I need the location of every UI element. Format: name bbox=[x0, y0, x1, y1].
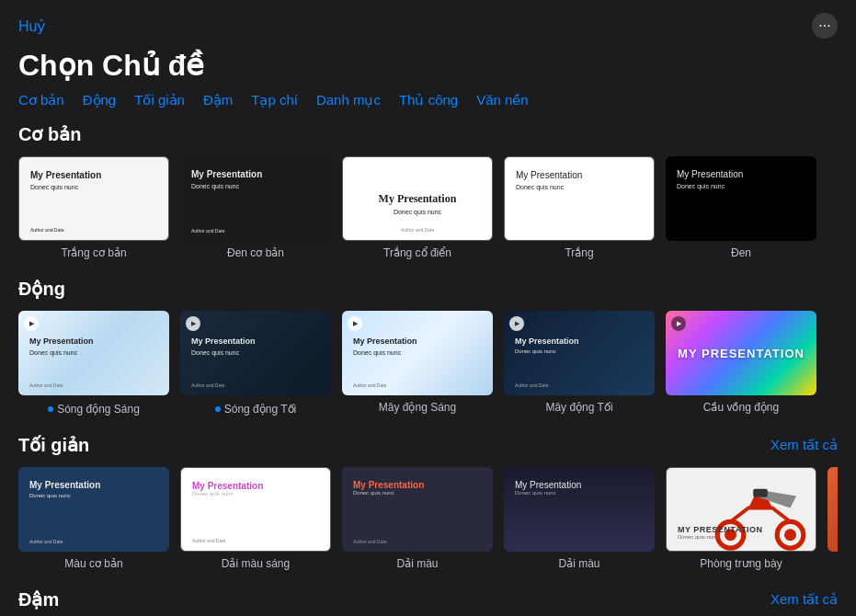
filter-co-ban[interactable]: Cơ bản bbox=[18, 92, 64, 108]
slide-author: Author and Date bbox=[191, 382, 224, 388]
play-icon: ▶ bbox=[671, 316, 686, 331]
thumb-song-dong-toi: ▶ My Presentation Donec quis nunc Author… bbox=[180, 311, 331, 395]
slide-title: My Presentation bbox=[29, 337, 158, 347]
filter-danh-muc[interactable]: Danh mục bbox=[316, 92, 381, 108]
slide-author: Author and Date bbox=[29, 539, 63, 544]
svg-rect-4 bbox=[753, 489, 768, 497]
more-icon: ··· bbox=[818, 17, 830, 34]
slide-author: Author and Date bbox=[192, 538, 225, 543]
theme-dai-mau-2[interactable]: My Presentation Donec quis nunc Dải màu bbox=[504, 467, 655, 570]
slide-content: My Presentation Donec quis nunc Author a… bbox=[180, 311, 331, 395]
slide-title: MY PRESENTATION bbox=[678, 525, 763, 534]
see-all-toi-gian[interactable]: Xem tất cả bbox=[770, 437, 838, 453]
theme-label: Trắng cơ bản bbox=[61, 246, 126, 259]
slide-title: My Presentation bbox=[30, 170, 157, 181]
see-all-dam[interactable]: Xem tất cả bbox=[770, 591, 838, 608]
slide-title: My Presentation bbox=[353, 480, 482, 490]
slide-title: My Presentation bbox=[678, 347, 805, 360]
section-title-dam: Đậm bbox=[18, 588, 59, 610]
slide-content: My Presentation Donec quis nunc bbox=[666, 156, 816, 241]
thumb-dai-mau-2: My Presentation Donec quis nunc bbox=[504, 467, 655, 552]
cancel-button[interactable]: Huỷ bbox=[18, 17, 45, 35]
section-title-toi-gian: Tối giản bbox=[18, 434, 89, 456]
thumb-dai-mau-sang: My Presentation Donec quis nunc Author a… bbox=[180, 467, 331, 552]
theme-may-dong-sang[interactable]: ▶ My Presentation Donec quis nunc Author… bbox=[342, 311, 493, 416]
dot-indicator: Sóng động Tối bbox=[215, 403, 297, 416]
themes-row-dong: ▶ My Presentation Donec quis nunc Author… bbox=[18, 311, 838, 416]
theme-song-dong-toi[interactable]: ▶ My Presentation Donec quis nunc Author… bbox=[180, 311, 331, 416]
section-header-dong: Động bbox=[18, 278, 838, 300]
thumb-dai-mau: My Presentation Donec quis nunc Author a… bbox=[342, 467, 493, 552]
thumb-partial-toi-gian bbox=[827, 467, 838, 552]
section-title-dong: Động bbox=[18, 278, 65, 300]
slide-author: Author and Date bbox=[191, 228, 224, 234]
theme-cau-vong[interactable]: ▶ My Presentation Cầu vồng động bbox=[666, 311, 816, 416]
slide-content: My Presentation Donec quis nunc Author a… bbox=[19, 157, 168, 240]
theme-label: Trắng bbox=[565, 246, 593, 259]
filter-thu-cong[interactable]: Thủ công bbox=[399, 92, 458, 108]
theme-den[interactable]: My Presentation Donec quis nunc Đen bbox=[666, 156, 816, 259]
slide-subtitle: Donec quis nunc bbox=[191, 348, 320, 357]
thumb-den-co-ban: My Presentation Donec quis nunc Author a… bbox=[180, 156, 331, 241]
dot bbox=[215, 406, 221, 412]
slide-content: My Presentation Donec quis nunc Author a… bbox=[342, 467, 493, 552]
theme-label: Dải màu bbox=[396, 557, 438, 570]
theme-mau-co-ban[interactable]: My Presentation Donec quis nunc Author a… bbox=[18, 467, 169, 570]
slide-title: My Presentation bbox=[379, 192, 457, 205]
slide-content: My Presentation Donec quis nunc Author a… bbox=[18, 467, 169, 552]
slide-content: My Presentation Donec quis nunc Author a… bbox=[342, 311, 493, 395]
theme-den-co-ban[interactable]: My Presentation Donec quis nunc Author a… bbox=[180, 156, 331, 259]
theme-trang[interactable]: My Presentation Donec quis nunc Trắng bbox=[504, 156, 655, 259]
slide-subtitle: Donec quis nunc bbox=[353, 348, 482, 357]
theme-label: Mây động Tối bbox=[545, 401, 612, 414]
theme-label: Dải màu sáng bbox=[222, 557, 290, 570]
thumb-trang: My Presentation Donec quis nunc bbox=[504, 156, 655, 241]
section-toi-gian: Tối giản Xem tất cả My Presentation Done… bbox=[0, 434, 856, 588]
filter-tap-chi[interactable]: Tạp chí bbox=[251, 92, 298, 108]
slide-author: Author and Date bbox=[29, 382, 63, 388]
slide-content-phong-trung-bay: MY PRESENTATION Donec quis nunc bbox=[678, 525, 763, 540]
slide-author: Author and Date bbox=[515, 382, 548, 388]
slide-title: My Presentation bbox=[191, 169, 320, 180]
theme-trang-co-ban[interactable]: My Presentation Donec quis nunc Author a… bbox=[18, 156, 169, 259]
slide-author: Author and Date bbox=[30, 227, 63, 233]
theme-song-dong-sang[interactable]: ▶ My Presentation Donec quis nunc Author… bbox=[18, 311, 169, 416]
themes-row-co-ban: My Presentation Donec quis nunc Author a… bbox=[18, 156, 838, 259]
slide-title: My Presentation bbox=[353, 337, 482, 347]
filter-dong[interactable]: Động bbox=[83, 92, 117, 108]
slide-content: My Presentation Donec quis nunc Author a… bbox=[343, 157, 492, 240]
top-bar: Huỷ ··· bbox=[0, 0, 856, 44]
dot bbox=[48, 406, 53, 412]
theme-phong-trung-bay[interactable]: MY PRESENTATION Donec quis nunc Phòng tr… bbox=[666, 467, 816, 570]
more-button[interactable]: ··· bbox=[812, 13, 838, 39]
theme-label: Sóng động Sáng bbox=[57, 403, 140, 416]
slide-content: My Presentation Donec quis nunc Author a… bbox=[18, 311, 169, 395]
theme-may-dong-toi[interactable]: ▶ My Presentation Donec quis nunc Author… bbox=[504, 311, 655, 416]
filter-van-nen[interactable]: Văn nền bbox=[476, 92, 529, 108]
slide-content: My Presentation Donec quis nunc bbox=[505, 157, 654, 240]
slide-content: My Presentation Donec quis nunc Author a… bbox=[180, 156, 331, 241]
filter-dam[interactable]: Đậm bbox=[203, 92, 233, 108]
slide-title: My Presentation bbox=[29, 480, 158, 491]
slide-content: My Presentation Donec quis nunc Author a… bbox=[181, 468, 330, 551]
slide-subtitle: Donec quis nunc bbox=[678, 534, 763, 540]
motorcycle-svg bbox=[701, 477, 816, 551]
theme-label: Đen cơ bản bbox=[227, 246, 284, 259]
thumb-mau-co-ban: My Presentation Donec quis nunc Author a… bbox=[18, 467, 169, 552]
slide-title: My Presentation bbox=[516, 170, 643, 181]
thumb-song-dong-sang: ▶ My Presentation Donec quis nunc Author… bbox=[18, 311, 169, 395]
slide-title: My Presentation bbox=[192, 481, 319, 491]
play-icon: ▶ bbox=[509, 316, 524, 331]
slide-title: My Presentation bbox=[191, 337, 320, 347]
theme-partial-toi-gian[interactable] bbox=[827, 467, 838, 570]
theme-dai-mau[interactable]: My Presentation Donec quis nunc Author a… bbox=[342, 467, 493, 570]
filter-toi-gian[interactable]: Tối giản bbox=[134, 92, 185, 108]
theme-trang-co-dien[interactable]: My Presentation Donec quis nunc Author a… bbox=[342, 156, 493, 259]
section-title-co-ban: Cơ bản bbox=[18, 123, 81, 145]
theme-label: Đen bbox=[731, 246, 751, 259]
section-header-dam: Đậm Xem tất cả bbox=[18, 588, 838, 610]
slide-subtitle: Donec quis nunc bbox=[192, 491, 319, 496]
thumb-trang-co-ban: My Presentation Donec quis nunc Author a… bbox=[18, 156, 169, 241]
thumb-cau-vong: ▶ My Presentation bbox=[666, 311, 816, 395]
theme-dai-mau-sang[interactable]: My Presentation Donec quis nunc Author a… bbox=[180, 467, 331, 570]
